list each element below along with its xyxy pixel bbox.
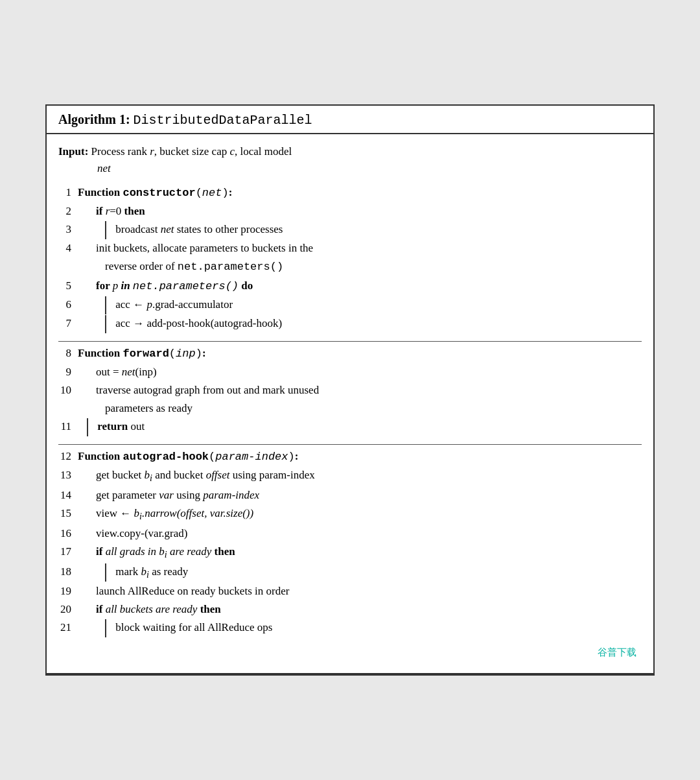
line-content-13: get bucket bi and bucket offset using pa…	[78, 466, 642, 486]
line-num-15: 15	[58, 504, 78, 523]
kw-for: for	[96, 279, 113, 292]
param-net1: net	[202, 187, 222, 199]
line-7: 7 acc → add‑post‑hook(autograd‑hook)	[58, 314, 642, 333]
mono-paren4: )	[196, 348, 202, 360]
line-11: 11 return out	[58, 418, 642, 436]
kw-function-8: Function	[78, 347, 122, 359]
narrow-call: .narrow(offset, var.size())	[142, 507, 253, 519]
kw-in: in	[118, 279, 133, 292]
line-num-20: 20	[58, 600, 78, 619]
line-14: 14 get parameter var using param‑index	[58, 486, 642, 504]
kw-if17: if	[96, 545, 106, 558]
mono-netparams: net.parameters()	[178, 261, 283, 273]
kw-colon12: :	[295, 450, 299, 462]
kw-colon1: :	[229, 186, 233, 198]
line-content-12: Function autograd‑hook(param‑index):	[78, 447, 642, 466]
line-num-11: 11	[58, 418, 78, 436]
var-p2: p	[146, 298, 152, 311]
input-r: r	[150, 145, 154, 158]
line-num-10: 10	[58, 381, 78, 399]
line-content-17: if all grads in bi are ready then	[78, 543, 642, 563]
bi-18: bi	[141, 565, 148, 578]
line-12: 12 Function autograd‑hook(param‑index):	[58, 447, 642, 466]
watermark-text: 谷普下载	[598, 646, 636, 657]
line-content-19: launch AllReduce on ready buckets in ord…	[78, 582, 642, 600]
line-num-5: 5	[58, 277, 78, 295]
input-text2: , bucket size cap	[154, 145, 230, 158]
line-num-18: 18	[58, 563, 78, 581]
line-num-3: 3	[58, 220, 78, 239]
line-20: 20 if all buckets are ready then	[58, 600, 642, 619]
algorithm-name: DistributedDataParallel	[134, 113, 312, 128]
line-2: 2 if r=0 then	[58, 202, 642, 220]
algorithm-label: Algorithm 1:	[58, 112, 130, 126]
kw-function-1: Function	[78, 186, 122, 198]
line-num-1: 1	[58, 183, 78, 202]
cond20: all buckets are ready	[106, 603, 198, 615]
param-inp: inp	[176, 348, 196, 360]
divider-2	[58, 444, 642, 445]
input-net: net	[97, 162, 111, 174]
mono-paren2: )	[222, 187, 228, 199]
net-italic9: net	[122, 366, 135, 378]
kw-do: do	[239, 279, 253, 292]
line-num-12: 12	[58, 447, 78, 466]
line-5: 5 for p in net.parameters() do	[58, 277, 642, 296]
input-text3: , local model	[235, 145, 292, 158]
kw-return: return	[97, 420, 128, 432]
kw-function-12: Function	[78, 450, 122, 462]
kw-if20: if	[96, 603, 106, 615]
watermark: 谷普下载	[58, 644, 642, 663]
line-15: 15 view ← bi.narrow(offset, var.size())	[58, 504, 642, 525]
line-num-14: 14	[58, 486, 78, 504]
line-content-21: block waiting for all AllReduce ops	[78, 619, 642, 637]
line-content-16: view.copy‑(var.grad)	[78, 525, 642, 543]
var-italic: var	[159, 489, 174, 501]
algorithm-body: Input: Process rank r, bucket size cap c…	[47, 134, 653, 672]
line-content-20: if all buckets are ready then	[78, 600, 642, 619]
line-13: 13 get bucket bi and bucket offset using…	[58, 466, 642, 486]
divider-1	[58, 341, 642, 342]
net-italic1: net	[161, 223, 174, 235]
bi-15: bi	[134, 507, 142, 519]
algorithm-title-bar: Algorithm 1: DistributedDataParallel	[47, 106, 653, 134]
line-18: 18 mark bi as ready	[58, 563, 642, 583]
mono-paren5: (	[209, 451, 215, 463]
line-content-5: for p in net.parameters() do	[78, 277, 642, 296]
kw-colon8: :	[202, 347, 206, 359]
mono-paren6: )	[288, 451, 294, 463]
line-content-15: view ← bi.narrow(offset, var.size())	[78, 504, 642, 525]
kw-if2: if	[96, 205, 106, 217]
line-num-13: 13	[58, 466, 78, 484]
line-num-21: 21	[58, 619, 78, 637]
line-content-10: traverse autograd graph from out and mar…	[78, 381, 642, 418]
b-i-13: bi	[145, 469, 152, 481]
line-content-9: out = net(inp)	[78, 363, 642, 381]
line-10: 10 traverse autograd graph from out and …	[58, 381, 642, 418]
line-num-19: 19	[58, 582, 78, 600]
net-params-italic: net.parameters()	[133, 280, 239, 292]
line-content-7: acc → add‑post‑hook(autograd‑hook)	[78, 314, 642, 333]
spacer3	[58, 637, 642, 644]
param-index-italic: param‑index	[203, 489, 259, 501]
line-content-1: Function constructor(net):	[78, 183, 642, 202]
line-1: 1 Function constructor(net):	[58, 183, 642, 202]
line-num-17: 17	[58, 543, 78, 561]
algorithm-box: Algorithm 1: DistributedDataParallel Inp…	[45, 104, 655, 676]
kw-then2: then	[124, 205, 145, 217]
mono-constructor: constructor	[122, 187, 195, 199]
param-pidx: param‑index	[215, 451, 288, 463]
code-block: 1 Function constructor(net): 2 if r=0 th…	[58, 183, 642, 644]
offset-italic: offset	[206, 469, 230, 481]
line-4: 4 init buckets, allocate parameters to b…	[58, 239, 642, 276]
line-3: 3 broadcast net states to other processe…	[58, 220, 642, 239]
line-9: 9 out = net(inp)	[58, 363, 642, 381]
var-p: p	[113, 279, 119, 292]
line-num-8: 8	[58, 344, 78, 362]
bottom-border	[47, 673, 653, 674]
line-content-3: broadcast net states to other processes	[78, 220, 642, 239]
mono-paren1: (	[196, 187, 202, 199]
line-content-6: acc ← p.grad‑accumulator	[78, 296, 642, 314]
input-c: c	[229, 145, 235, 158]
line-19: 19 launch AllReduce on ready buckets in …	[58, 582, 642, 600]
